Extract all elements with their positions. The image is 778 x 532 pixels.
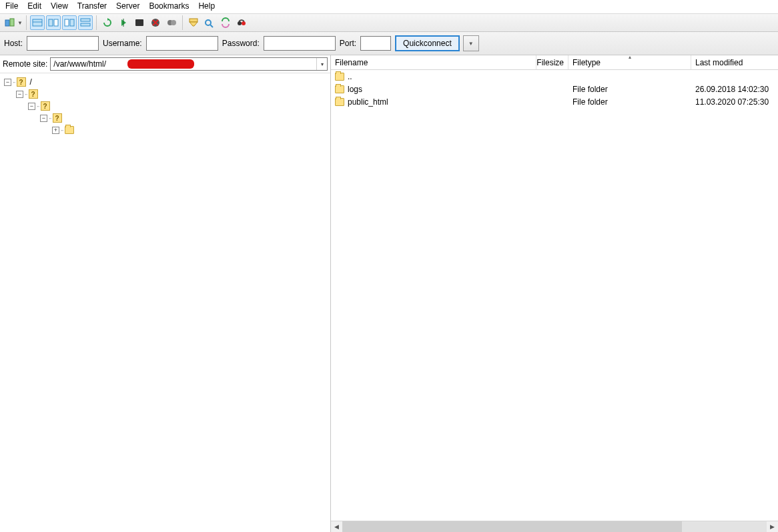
svg-rect-1 — [10, 19, 14, 26]
folder-icon — [335, 73, 344, 81]
column-filename[interactable]: Filename — [331, 55, 536, 69]
chevron-down-icon[interactable]: ▾ — [316, 58, 327, 70]
file-list-header: Filename Filesize Filetype ▴ Last modifi… — [331, 55, 778, 70]
username-label: Username: — [103, 39, 142, 48]
svg-rect-8 — [81, 19, 90, 21]
quickconnect-dropdown[interactable]: ▼ — [463, 35, 479, 51]
host-label: Host: — [4, 39, 23, 48]
process-queue-button[interactable] — [116, 15, 131, 30]
folder-icon — [335, 98, 344, 106]
remote-site-row: Remote site: ▾ — [0, 55, 330, 73]
tree-collapse-icon[interactable]: − — [16, 91, 23, 98]
tree-connector: ·· — [37, 103, 39, 110]
file-row-parent[interactable]: .. — [331, 70, 778, 83]
password-input[interactable] — [264, 36, 336, 51]
menu-server[interactable]: Server — [116, 1, 139, 11]
tree-connector: ·· — [25, 91, 27, 98]
unknown-folder-icon: ? — [17, 77, 26, 87]
separator — [96, 15, 97, 30]
remote-directory-tree[interactable]: − ·· ? / − ·· ? − ·· ? − ·· ? + — [0, 73, 330, 532]
menu-bookmarks[interactable]: Bookmarks — [149, 1, 189, 11]
tree-collapse-icon[interactable]: − — [28, 103, 35, 110]
username-input[interactable] — [146, 36, 218, 51]
scroll-right-button[interactable]: ▶ — [767, 521, 778, 533]
tree-connector: ·· — [13, 79, 15, 86]
folder-icon — [65, 126, 74, 134]
menu-file[interactable]: File — [5, 1, 18, 11]
menu-view[interactable]: View — [51, 1, 68, 11]
horizontal-scrollbar[interactable]: ◀ ▶ — [331, 521, 778, 532]
folder-icon — [335, 85, 344, 93]
svg-rect-5 — [54, 19, 58, 26]
column-last-modified[interactable]: Last modified — [691, 55, 778, 69]
disconnect-button[interactable] — [148, 15, 163, 30]
separator — [182, 15, 183, 30]
redacted-area — [127, 59, 194, 69]
svg-point-23 — [238, 21, 242, 25]
menu-transfer[interactable]: Transfer — [77, 1, 107, 11]
svg-rect-7 — [70, 19, 74, 26]
toggle-queue-button[interactable] — [78, 15, 93, 30]
tree-expand-icon[interactable]: + — [52, 127, 59, 134]
scroll-thumb[interactable] — [342, 521, 682, 533]
menubar: File Edit View Transfer Server Bookmarks… — [0, 0, 778, 13]
unknown-folder-icon: ? — [29, 89, 38, 99]
site-manager-dropdown[interactable]: ▼ — [17, 20, 23, 26]
svg-rect-0 — [5, 20, 9, 26]
tree-collapse-icon[interactable]: − — [40, 115, 47, 122]
menu-edit[interactable]: Edit — [27, 1, 41, 11]
toolbar: ▼ — [0, 13, 778, 32]
column-filesize[interactable]: Filesize — [536, 55, 568, 69]
menu-help[interactable]: Help — [198, 1, 215, 11]
toggle-message-log-button[interactable] — [30, 15, 45, 30]
search-button[interactable] — [234, 15, 249, 30]
unknown-folder-icon: ? — [41, 101, 50, 111]
toggle-remote-tree-button[interactable] — [62, 15, 77, 30]
file-row[interactable]: logs File folder 26.09.2018 14:02:30 — [331, 83, 778, 95]
cancel-button[interactable] — [132, 15, 147, 30]
remote-tree-pane: Remote site: ▾ − ·· ? / − ·· ? − ·· — [0, 55, 331, 532]
scroll-track[interactable] — [342, 521, 767, 533]
quickconnect-bar: Host: Username: Password: Port: Quickcon… — [0, 32, 778, 55]
port-label: Port: — [340, 39, 356, 48]
svg-marker-20 — [189, 22, 198, 26]
compare-button[interactable] — [202, 15, 217, 30]
file-row[interactable]: public_html File folder 11.03.2020 07:25… — [331, 95, 778, 108]
svg-rect-9 — [81, 23, 90, 26]
svg-rect-13 — [135, 19, 143, 26]
svg-rect-6 — [65, 19, 69, 26]
column-filetype[interactable]: Filetype ▴ — [568, 55, 691, 69]
site-manager-button[interactable] — [3, 15, 17, 30]
tree-node-root[interactable]: / — [30, 77, 32, 87]
refresh-button[interactable] — [100, 15, 115, 30]
password-label: Password: — [222, 39, 260, 48]
sync-browse-button[interactable] — [218, 15, 233, 30]
svg-point-21 — [206, 20, 211, 25]
reconnect-button[interactable] — [164, 15, 179, 30]
remote-site-combo[interactable]: ▾ — [50, 57, 328, 71]
svg-point-24 — [242, 21, 246, 25]
separator — [26, 15, 27, 30]
tree-collapse-icon[interactable]: − — [4, 79, 11, 86]
port-input[interactable] — [360, 36, 391, 51]
svg-rect-4 — [49, 19, 53, 26]
remote-site-label: Remote site: — [3, 59, 47, 69]
quickconnect-button[interactable]: Quickconnect — [395, 35, 460, 51]
unknown-folder-icon: ? — [53, 113, 62, 123]
scroll-left-button[interactable]: ◀ — [331, 521, 342, 533]
host-input[interactable] — [27, 36, 99, 51]
svg-rect-2 — [33, 19, 42, 26]
remote-file-list-pane: Filename Filesize Filetype ▴ Last modifi… — [331, 55, 778, 532]
svg-rect-19 — [189, 19, 198, 22]
file-list-body[interactable]: .. logs File folder 26.09.2018 14:02:30 … — [331, 70, 778, 521]
sort-asc-icon: ▴ — [629, 54, 631, 60]
tree-connector: ·· — [49, 115, 51, 122]
svg-line-22 — [210, 25, 213, 27]
main-split: Remote site: ▾ − ·· ? / − ·· ? − ·· — [0, 55, 778, 532]
tree-connector: ·· — [61, 127, 63, 134]
toggle-local-tree-button[interactable] — [46, 15, 61, 30]
filter-button[interactable] — [186, 15, 201, 30]
svg-point-18 — [171, 20, 176, 25]
